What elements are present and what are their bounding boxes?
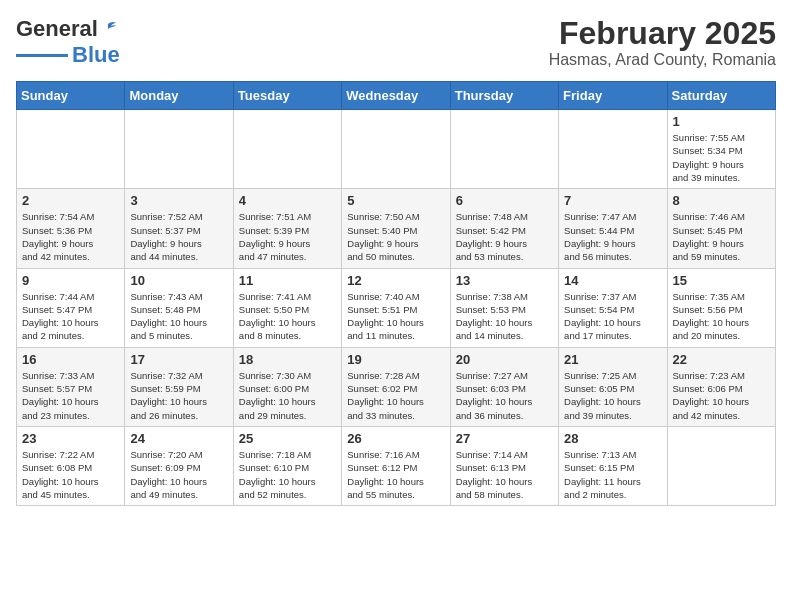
calendar-cell: 13Sunrise: 7:38 AM Sunset: 5:53 PM Dayli… [450,268,558,347]
calendar-cell: 16Sunrise: 7:33 AM Sunset: 5:57 PM Dayli… [17,347,125,426]
weekday-header-tuesday: Tuesday [233,82,341,110]
weekday-header-sunday: Sunday [17,82,125,110]
day-info: Sunrise: 7:27 AM Sunset: 6:03 PM Dayligh… [456,369,553,422]
calendar-cell [342,110,450,189]
calendar-cell: 8Sunrise: 7:46 AM Sunset: 5:45 PM Daylig… [667,189,775,268]
calendar-cell: 11Sunrise: 7:41 AM Sunset: 5:50 PM Dayli… [233,268,341,347]
day-number: 7 [564,193,661,208]
calendar-cell: 22Sunrise: 7:23 AM Sunset: 6:06 PM Dayli… [667,347,775,426]
day-info: Sunrise: 7:33 AM Sunset: 5:57 PM Dayligh… [22,369,119,422]
logo-blue: Blue [72,42,120,68]
calendar-cell [17,110,125,189]
day-number: 5 [347,193,444,208]
day-info: Sunrise: 7:38 AM Sunset: 5:53 PM Dayligh… [456,290,553,343]
day-number: 1 [673,114,770,129]
day-number: 3 [130,193,227,208]
calendar-cell: 27Sunrise: 7:14 AM Sunset: 6:13 PM Dayli… [450,426,558,505]
calendar-cell: 5Sunrise: 7:50 AM Sunset: 5:40 PM Daylig… [342,189,450,268]
calendar-week-row: 23Sunrise: 7:22 AM Sunset: 6:08 PM Dayli… [17,426,776,505]
calendar-cell: 26Sunrise: 7:16 AM Sunset: 6:12 PM Dayli… [342,426,450,505]
day-number: 10 [130,273,227,288]
day-info: Sunrise: 7:41 AM Sunset: 5:50 PM Dayligh… [239,290,336,343]
day-number: 15 [673,273,770,288]
day-info: Sunrise: 7:13 AM Sunset: 6:15 PM Dayligh… [564,448,661,501]
day-number: 17 [130,352,227,367]
day-info: Sunrise: 7:47 AM Sunset: 5:44 PM Dayligh… [564,210,661,263]
day-number: 9 [22,273,119,288]
calendar-cell: 6Sunrise: 7:48 AM Sunset: 5:42 PM Daylig… [450,189,558,268]
calendar-cell [667,426,775,505]
logo-underline [16,54,68,57]
day-info: Sunrise: 7:55 AM Sunset: 5:34 PM Dayligh… [673,131,770,184]
calendar-week-row: 16Sunrise: 7:33 AM Sunset: 5:57 PM Dayli… [17,347,776,426]
day-info: Sunrise: 7:46 AM Sunset: 5:45 PM Dayligh… [673,210,770,263]
calendar-cell: 17Sunrise: 7:32 AM Sunset: 5:59 PM Dayli… [125,347,233,426]
day-number: 2 [22,193,119,208]
calendar-cell: 20Sunrise: 7:27 AM Sunset: 6:03 PM Dayli… [450,347,558,426]
day-info: Sunrise: 7:37 AM Sunset: 5:54 PM Dayligh… [564,290,661,343]
calendar-cell: 28Sunrise: 7:13 AM Sunset: 6:15 PM Dayli… [559,426,667,505]
day-number: 22 [673,352,770,367]
day-info: Sunrise: 7:18 AM Sunset: 6:10 PM Dayligh… [239,448,336,501]
day-info: Sunrise: 7:28 AM Sunset: 6:02 PM Dayligh… [347,369,444,422]
calendar-cell: 23Sunrise: 7:22 AM Sunset: 6:08 PM Dayli… [17,426,125,505]
calendar-cell [450,110,558,189]
month-title: February 2025 [549,16,776,51]
calendar-cell: 24Sunrise: 7:20 AM Sunset: 6:09 PM Dayli… [125,426,233,505]
day-number: 26 [347,431,444,446]
logo: General Blue [16,16,120,68]
calendar-cell: 15Sunrise: 7:35 AM Sunset: 5:56 PM Dayli… [667,268,775,347]
day-info: Sunrise: 7:20 AM Sunset: 6:09 PM Dayligh… [130,448,227,501]
calendar-cell: 2Sunrise: 7:54 AM Sunset: 5:36 PM Daylig… [17,189,125,268]
day-info: Sunrise: 7:40 AM Sunset: 5:51 PM Dayligh… [347,290,444,343]
calendar-cell: 1Sunrise: 7:55 AM Sunset: 5:34 PM Daylig… [667,110,775,189]
calendar-cell: 3Sunrise: 7:52 AM Sunset: 5:37 PM Daylig… [125,189,233,268]
day-number: 14 [564,273,661,288]
calendar-week-row: 2Sunrise: 7:54 AM Sunset: 5:36 PM Daylig… [17,189,776,268]
day-number: 24 [130,431,227,446]
day-number: 28 [564,431,661,446]
day-info: Sunrise: 7:25 AM Sunset: 6:05 PM Dayligh… [564,369,661,422]
calendar-cell: 25Sunrise: 7:18 AM Sunset: 6:10 PM Dayli… [233,426,341,505]
title-block: February 2025 Hasmas, Arad County, Roman… [549,16,776,69]
calendar-cell: 12Sunrise: 7:40 AM Sunset: 5:51 PM Dayli… [342,268,450,347]
calendar-cell: 10Sunrise: 7:43 AM Sunset: 5:48 PM Dayli… [125,268,233,347]
day-number: 20 [456,352,553,367]
calendar-week-row: 1Sunrise: 7:55 AM Sunset: 5:34 PM Daylig… [17,110,776,189]
calendar-cell: 21Sunrise: 7:25 AM Sunset: 6:05 PM Dayli… [559,347,667,426]
calendar-week-row: 9Sunrise: 7:44 AM Sunset: 5:47 PM Daylig… [17,268,776,347]
calendar-cell: 19Sunrise: 7:28 AM Sunset: 6:02 PM Dayli… [342,347,450,426]
day-info: Sunrise: 7:50 AM Sunset: 5:40 PM Dayligh… [347,210,444,263]
day-number: 12 [347,273,444,288]
calendar-cell: 9Sunrise: 7:44 AM Sunset: 5:47 PM Daylig… [17,268,125,347]
logo-bird-icon [99,20,117,38]
weekday-header-monday: Monday [125,82,233,110]
day-number: 13 [456,273,553,288]
day-info: Sunrise: 7:48 AM Sunset: 5:42 PM Dayligh… [456,210,553,263]
weekday-header-row: SundayMondayTuesdayWednesdayThursdayFrid… [17,82,776,110]
location-title: Hasmas, Arad County, Romania [549,51,776,69]
calendar-cell [559,110,667,189]
day-number: 11 [239,273,336,288]
day-number: 6 [456,193,553,208]
weekday-header-saturday: Saturday [667,82,775,110]
day-number: 27 [456,431,553,446]
weekday-header-wednesday: Wednesday [342,82,450,110]
day-info: Sunrise: 7:44 AM Sunset: 5:47 PM Dayligh… [22,290,119,343]
day-number: 8 [673,193,770,208]
calendar-table: SundayMondayTuesdayWednesdayThursdayFrid… [16,81,776,506]
day-number: 23 [22,431,119,446]
weekday-header-friday: Friday [559,82,667,110]
day-info: Sunrise: 7:22 AM Sunset: 6:08 PM Dayligh… [22,448,119,501]
day-info: Sunrise: 7:54 AM Sunset: 5:36 PM Dayligh… [22,210,119,263]
day-info: Sunrise: 7:43 AM Sunset: 5:48 PM Dayligh… [130,290,227,343]
day-number: 25 [239,431,336,446]
page-header: General Blue February 2025 Hasmas, Arad … [16,16,776,69]
calendar-cell: 7Sunrise: 7:47 AM Sunset: 5:44 PM Daylig… [559,189,667,268]
day-info: Sunrise: 7:14 AM Sunset: 6:13 PM Dayligh… [456,448,553,501]
calendar-cell: 4Sunrise: 7:51 AM Sunset: 5:39 PM Daylig… [233,189,341,268]
calendar-cell: 18Sunrise: 7:30 AM Sunset: 6:00 PM Dayli… [233,347,341,426]
day-number: 19 [347,352,444,367]
calendar-cell [125,110,233,189]
day-number: 4 [239,193,336,208]
